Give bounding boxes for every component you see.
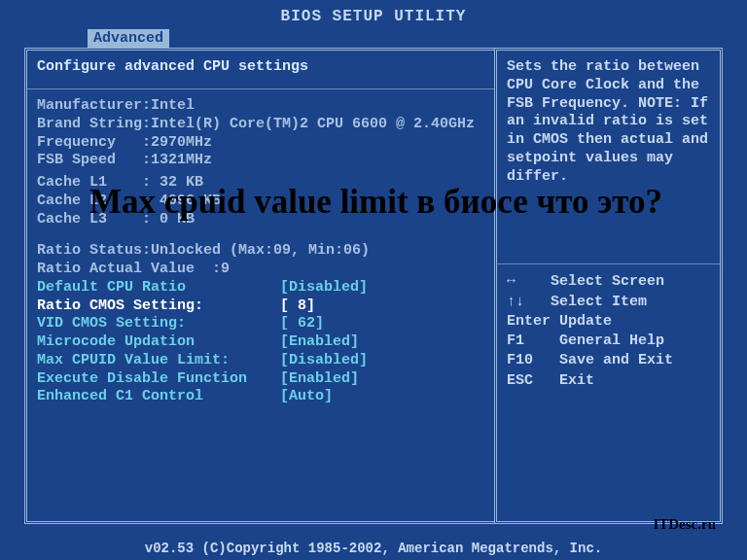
setting-row[interactable]: Ratio CMOS Setting:[ 8]: [37, 298, 484, 316]
bios-title: BIOS SETUP UTILITY: [0, 0, 747, 29]
hint-row: ESC Exit: [507, 371, 710, 391]
info-ratio-status: Ratio Status:Unlocked (Max:09, Min:06): [37, 242, 484, 261]
setting-label: Default CPU Ratio: [37, 279, 280, 298]
panels: Configure advanced CPU settings Manufact…: [24, 48, 723, 524]
info-fsb: FSB Speed :1321MHz: [37, 152, 484, 170]
info-frequency: Frequency :2970MHz: [37, 134, 484, 153]
setting-value[interactable]: [Auto]: [280, 388, 333, 406]
setting-row[interactable]: VID CMOS Setting:[ 62]: [37, 315, 484, 333]
tab-row: Advanced: [0, 29, 747, 48]
setting-label: Enhanced C1 Control: [37, 388, 280, 406]
hint-row: ↑↓ Select Item: [507, 293, 710, 312]
setting-value[interactable]: [Disabled]: [280, 352, 368, 370]
setting-value[interactable]: [ 8]: [280, 298, 315, 316]
setting-label: Microcode Updation: [37, 333, 280, 352]
help-panel: Sets the ratio between CPU Core Clock an…: [494, 48, 723, 524]
setting-row[interactable]: Enhanced C1 Control[Auto]: [37, 388, 484, 406]
hint-row: ↔ Select Screen: [507, 272, 710, 292]
setting-value[interactable]: [Enabled]: [280, 370, 359, 389]
setting-label: Execute Disable Function: [37, 370, 280, 389]
help-separator: [497, 263, 720, 264]
key-hints: ↔ Select Screen↑↓ Select ItemEnter Updat…: [507, 272, 710, 391]
info-manufacturer: Manufacturer:Intel: [37, 97, 484, 116]
setting-value[interactable]: [Enabled]: [280, 333, 359, 352]
setting-label: Max CPUID Value Limit:: [37, 352, 280, 370]
setting-value[interactable]: [Disabled]: [280, 279, 368, 298]
setting-label: VID CMOS Setting:: [37, 315, 280, 333]
section-title: Configure advanced CPU settings: [37, 58, 484, 75]
settings-list: Default CPU Ratio[Disabled] Ratio CMOS S…: [37, 279, 484, 406]
info-ratio-actual: Ratio Actual Value :9: [37, 261, 484, 279]
setting-row[interactable]: Max CPUID Value Limit:[Disabled]: [37, 352, 484, 370]
separator: [27, 88, 494, 89]
info-brand: Brand String:Intel(R) Core(TM)2 CPU 6600…: [37, 116, 484, 134]
hint-row: F10 Save and Exit: [507, 351, 710, 370]
tab-advanced[interactable]: Advanced: [88, 29, 169, 48]
setting-value[interactable]: [ 62]: [280, 315, 324, 333]
setting-row[interactable]: Execute Disable Function[Enabled]: [37, 370, 484, 389]
hint-row: F1 General Help: [507, 332, 710, 351]
main-panel: Configure advanced CPU settings Manufact…: [24, 48, 494, 524]
overlay-question: Max cpuid value limit в биосе что это?: [10, 183, 742, 222]
setting-label: Ratio CMOS Setting:: [37, 298, 280, 316]
bios-footer: v02.53 (C)Copyright 1985-2002, American …: [0, 541, 747, 556]
hint-row: Enter Update: [507, 312, 710, 332]
watermark: ITDesc.ru: [653, 516, 716, 533]
setting-row[interactable]: Microcode Updation[Enabled]: [37, 333, 484, 352]
setting-row[interactable]: Default CPU Ratio[Disabled]: [37, 279, 484, 298]
help-text: Sets the ratio between CPU Core Clock an…: [507, 58, 710, 186]
